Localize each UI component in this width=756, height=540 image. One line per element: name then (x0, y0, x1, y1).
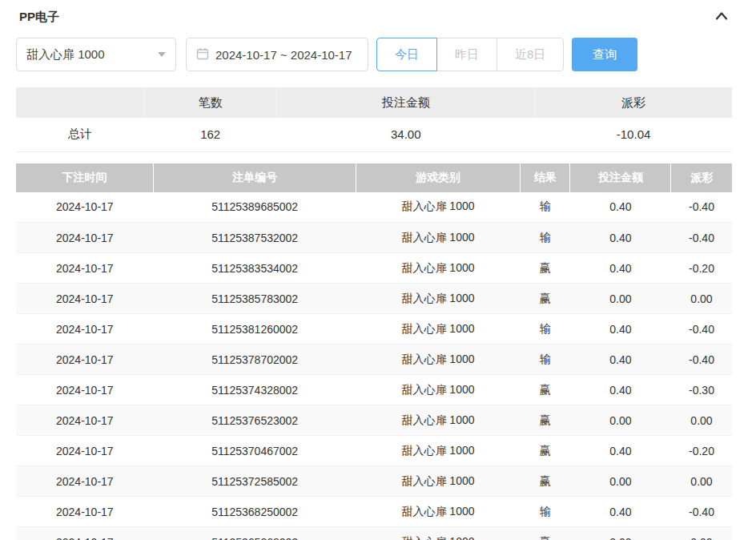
summary-header-blank (16, 87, 144, 118)
summary-header-row: 笔数 投注金额 派彩 (16, 87, 732, 118)
summary-table: 笔数 投注金额 派彩 总计 162 34.00 -10.04 (16, 87, 732, 152)
game-category-cell: 甜入心扉 1000 (356, 314, 521, 345)
game-category-cell: 甜入心扉 1000 (356, 466, 521, 497)
bet-time-cell: 2024-10-17 (16, 527, 154, 540)
bet-amount-cell: 0.40 (570, 253, 671, 284)
bet-amount-cell: 0.40 (570, 223, 671, 253)
payout-cell: 0.00 (671, 466, 732, 497)
payout-cell: 0.00 (671, 527, 732, 540)
bet-time-cell: 2024-10-17 (16, 284, 154, 314)
payout-cell: -0.40 (671, 192, 732, 223)
result-cell: 赢 (520, 253, 570, 284)
result-cell: 赢 (520, 284, 570, 314)
payout-cell: -0.30 (671, 375, 732, 405)
table-row: 2024-10-1751125368250002甜入心扉 1000输0.40-0… (16, 497, 732, 527)
game-category-cell: 甜入心扉 1000 (356, 192, 521, 223)
summary-payout-value: -10.04 (535, 118, 732, 151)
search-button[interactable]: 查询 (572, 38, 637, 71)
order-number-cell: 51125374328002 (154, 375, 356, 405)
bet-amount-cell: 0.00 (570, 284, 671, 314)
table-row: 2024-10-1751125381260002甜入心扉 1000输0.40-0… (16, 314, 732, 345)
quick-range-today-button[interactable]: 今日 (376, 38, 437, 71)
filter-bar: 甜入心扉 1000 2024-10-17 ~ 2024-10-17 今日 昨日 … (16, 38, 732, 71)
summary-header-count: 笔数 (144, 87, 276, 118)
order-number-cell: 51125372585002 (154, 466, 356, 497)
chevron-down-icon (158, 52, 166, 57)
result-cell: 输 (520, 192, 570, 223)
table-row: 2024-10-1751125378702002甜入心扉 1000输0.40-0… (16, 345, 732, 375)
quick-range-last8days-button[interactable]: 近8日 (497, 38, 564, 71)
collapse-panel-button[interactable] (714, 10, 729, 24)
order-number-cell: 51125370467002 (154, 436, 356, 466)
summary-header-bet-amount: 投注金额 (276, 87, 535, 118)
summary-bet-amount-value: 34.00 (276, 118, 535, 151)
bet-amount-cell: 0.40 (570, 375, 671, 405)
bet-time-cell: 2024-10-17 (16, 223, 154, 253)
bet-records-table: 下注时间 注单编号 游戏类别 结果 投注金额 派彩 2024-10-175112… (16, 163, 732, 540)
date-range-value: 2024-10-17 ~ 2024-10-17 (215, 48, 352, 62)
result-cell: 赢 (520, 375, 570, 405)
bet-time-cell: 2024-10-17 (16, 466, 154, 497)
payout-cell: -0.40 (671, 345, 732, 375)
summary-count-value: 162 (144, 118, 276, 151)
bet-amount-cell: 0.40 (570, 436, 671, 466)
order-number-cell: 51125389685002 (154, 192, 356, 223)
game-category-cell: 甜入心扉 1000 (356, 223, 521, 253)
date-range-input[interactable]: 2024-10-17 ~ 2024-10-17 (186, 38, 368, 71)
result-cell: 输 (520, 345, 570, 375)
result-cell: 赢 (520, 527, 570, 540)
summary-total-label: 总计 (16, 118, 144, 151)
chevron-up-icon (714, 10, 729, 24)
column-header-payout: 派彩 (671, 163, 732, 192)
order-number-cell: 51125365368002 (154, 527, 356, 540)
table-row: 2024-10-1751125389685002甜入心扉 1000输0.40-0… (16, 192, 732, 223)
calendar-icon (196, 47, 209, 62)
bet-table-body: 2024-10-1751125389685002甜入心扉 1000输0.40-0… (16, 192, 732, 540)
payout-cell: -0.20 (671, 436, 732, 466)
order-number-cell: 51125378702002 (154, 345, 356, 375)
payout-cell: -0.40 (671, 497, 732, 527)
game-category-cell: 甜入心扉 1000 (356, 436, 521, 466)
column-header-result: 结果 (520, 163, 570, 192)
bet-time-cell: 2024-10-17 (16, 375, 154, 405)
game-category-cell: 甜入心扉 1000 (356, 527, 521, 540)
bet-amount-cell: 0.40 (570, 345, 671, 375)
column-header-bet-time: 下注时间 (16, 163, 154, 192)
bet-amount-cell: 0.00 (570, 405, 671, 436)
bet-time-cell: 2024-10-17 (16, 192, 154, 223)
order-number-cell: 51125385783002 (154, 284, 356, 314)
order-number-cell: 51125383534002 (154, 253, 356, 284)
table-row: 2024-10-1751125383534002甜入心扉 1000赢0.40-0… (16, 253, 732, 284)
order-number-cell: 51125381260002 (154, 314, 356, 345)
game-category-cell: 甜入心扉 1000 (356, 253, 521, 284)
bet-amount-cell: 0.00 (570, 527, 671, 540)
bet-time-cell: 2024-10-17 (16, 497, 154, 527)
panel-header: PP电子 (16, 0, 732, 33)
payout-cell: 0.00 (671, 284, 732, 314)
order-number-cell: 51125387532002 (154, 223, 356, 253)
table-row: 2024-10-1751125385783002甜入心扉 1000赢0.000.… (16, 284, 732, 314)
bet-time-cell: 2024-10-17 (16, 314, 154, 345)
table-row: 2024-10-1751125387532002甜入心扉 1000输0.40-0… (16, 223, 732, 253)
bet-table-header-row: 下注时间 注单编号 游戏类别 结果 投注金额 派彩 (16, 163, 732, 192)
payout-cell: -0.40 (671, 223, 732, 253)
quick-range-yesterday-button[interactable]: 昨日 (436, 38, 497, 71)
game-select[interactable]: 甜入心扉 1000 (16, 38, 176, 71)
game-category-cell: 甜入心扉 1000 (356, 375, 521, 405)
table-row: 2024-10-1751125374328002甜入心扉 1000赢0.40-0… (16, 375, 732, 405)
table-row: 2024-10-1751125365368002甜入心扉 1000赢0.000.… (16, 527, 732, 540)
bet-time-cell: 2024-10-17 (16, 436, 154, 466)
table-row: 2024-10-1751125370467002甜入心扉 1000赢0.40-0… (16, 436, 732, 466)
bet-amount-cell: 0.40 (570, 192, 671, 223)
summary-header-payout: 派彩 (535, 87, 732, 118)
summary-total-row: 总计 162 34.00 -10.04 (16, 118, 732, 151)
game-category-cell: 甜入心扉 1000 (356, 284, 521, 314)
bet-time-cell: 2024-10-17 (16, 345, 154, 375)
game-category-cell: 甜入心扉 1000 (356, 497, 521, 527)
pp-electronic-panel: PP电子 甜入心扉 1000 2024-10-17 ~ 2 (0, 0, 756, 540)
bet-amount-cell: 0.40 (570, 497, 671, 527)
result-cell: 赢 (520, 436, 570, 466)
order-number-cell: 51125376523002 (154, 405, 356, 436)
quick-range-group: 今日 昨日 近8日 (376, 38, 564, 71)
game-category-cell: 甜入心扉 1000 (356, 405, 521, 436)
